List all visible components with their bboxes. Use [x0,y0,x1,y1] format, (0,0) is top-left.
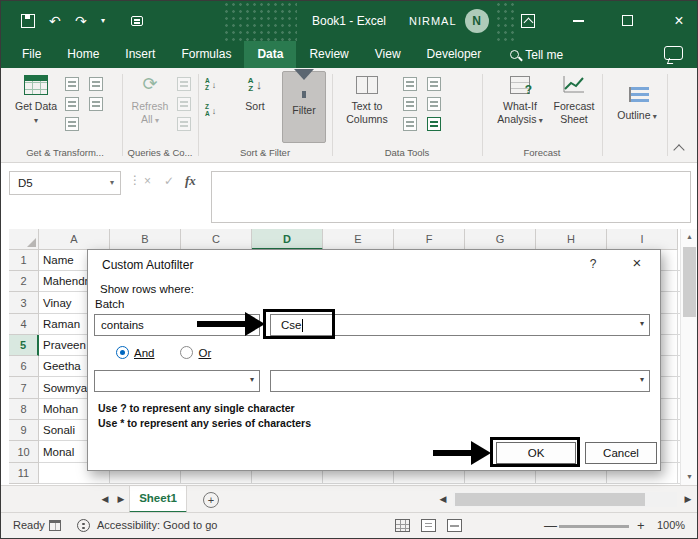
from-table-range-icon[interactable] [65,117,79,131]
horizontal-scrollbar[interactable] [453,492,677,507]
queries-connections-icon[interactable] [177,77,191,91]
operator-dropdown-2[interactable]: ▾ [94,370,260,392]
page-layout-view-button[interactable] [421,519,436,532]
row-header[interactable]: 4 [9,314,39,335]
from-text-csv-icon[interactable] [65,77,79,91]
zoom-level[interactable]: 100% [657,513,685,538]
what-if-analysis-button[interactable]: What-If Analysis [493,73,547,125]
consolidate-icon[interactable] [427,77,441,91]
avatar[interactable]: N [465,9,489,33]
sheet-nav-right-icon[interactable]: ▶ [113,486,129,513]
insert-function-button[interactable]: fx [185,173,196,189]
sort-descending-button[interactable]: ZA ↓ [205,104,216,117]
save-icon[interactable] [21,14,35,28]
row-header[interactable]: 1 [9,250,39,271]
hscroll-left-icon[interactable]: ◀ [435,486,451,513]
tell-me[interactable]: Tell me [510,41,563,68]
text-to-columns-button[interactable]: Text to Columns [339,73,395,125]
vertical-scrollbar[interactable]: ▲ ▼ [680,229,697,485]
row-header[interactable]: 9 [9,420,39,441]
radio-unselected-icon[interactable] [180,346,193,359]
sort-ascending-button[interactable]: AZ ↓ [205,78,216,91]
add-sheet-button[interactable]: + [203,492,219,508]
horizontal-scrollbar-thumb[interactable] [455,493,645,506]
recent-sources-icon[interactable] [89,77,103,91]
zoom-slider[interactable] [559,525,629,528]
comments-icon[interactable] [664,46,683,60]
relationships-icon[interactable] [427,97,441,111]
redo-icon[interactable]: ↷ [75,1,87,41]
column-header-e[interactable]: E [323,229,394,250]
column-header-b[interactable]: B [110,229,181,250]
sheet-tab-sheet1[interactable]: Sheet1 [129,486,187,513]
forecast-sheet-button[interactable]: Forecast Sheet [550,73,598,125]
outline-button[interactable]: Outline [613,82,661,122]
sheet-nav-left-icon[interactable]: ◀ [97,486,113,513]
flash-fill-icon[interactable] [403,77,417,91]
column-header-a[interactable]: A [39,229,110,250]
dropdown-caret-icon[interactable]: ▾ [640,319,644,328]
row-header[interactable]: 6 [9,356,39,377]
row-header[interactable]: 7 [9,377,39,399]
dialog-close-icon[interactable]: × [626,254,648,271]
name-box[interactable]: D5 ▾ [9,171,121,195]
scroll-up-icon[interactable]: ▲ [681,229,698,245]
manage-data-model-icon[interactable] [427,117,441,131]
row-header[interactable]: 3 [9,292,39,314]
edit-links-icon[interactable] [177,117,191,131]
column-header-d[interactable]: D [252,229,323,250]
cancel-button[interactable]: Cancel [585,442,657,464]
tab-data[interactable]: Data [244,41,296,68]
radio-selected-icon[interactable] [116,346,129,359]
tab-file[interactable]: File [9,41,54,68]
and-radio[interactable]: And [116,346,154,359]
tab-review[interactable]: Review [296,41,361,68]
dialog-help-button[interactable]: ? [584,257,602,271]
get-data-button[interactable]: Get Data [13,73,59,125]
column-header-i[interactable]: I [607,229,678,250]
or-radio[interactable]: Or [180,346,211,359]
zoom-in-button[interactable]: + [637,513,645,538]
hscroll-right-icon[interactable]: ▶ [680,486,696,513]
maximize-icon[interactable] [622,15,633,26]
normal-view-button[interactable] [395,519,410,532]
account-chip[interactable]: NIRMAL N [409,1,489,41]
tab-view[interactable]: View [362,41,414,68]
properties-icon[interactable] [177,97,191,111]
row-header[interactable]: 10 [9,441,39,463]
customize-toolbar-icon[interactable] [131,16,143,26]
undo-icon[interactable]: ↶ [49,1,61,41]
name-box-caret-icon[interactable]: ▾ [110,172,114,194]
remove-duplicates-icon[interactable] [403,97,417,111]
column-header-h[interactable]: H [536,229,607,250]
row-header[interactable]: 5 [9,335,39,356]
column-header-f[interactable]: F [394,229,465,250]
enter-entry-icon[interactable]: ✓ [164,174,174,188]
scroll-down-icon[interactable]: ▼ [681,469,698,485]
tab-home[interactable]: Home [54,41,112,68]
vertical-scrollbar-thumb[interactable] [683,247,696,317]
zoom-out-button[interactable]: — [544,513,557,538]
value-input-2[interactable]: ▾ [270,370,650,392]
accessibility-status[interactable]: Accessibility: Good to go [97,513,217,538]
ribbon-display-options-icon[interactable] [521,14,535,28]
from-web-icon[interactable] [65,97,79,111]
dropdown-caret-icon[interactable]: ▾ [250,375,254,384]
cancel-entry-icon[interactable]: × [144,174,151,188]
page-break-view-button[interactable] [447,519,462,532]
tab-formulas[interactable]: Formulas [168,41,244,68]
column-header-g[interactable]: G [465,229,536,250]
row-header[interactable]: 8 [9,399,39,420]
close-icon[interactable]: × [667,1,691,41]
row-header[interactable]: 11 [9,463,39,484]
row-header[interactable]: 2 [9,271,39,292]
sort-button[interactable]: AZ ↓ Sort [234,73,276,113]
macro-record-icon[interactable] [49,520,61,531]
formula-input[interactable] [211,171,691,223]
dropdown-caret-icon[interactable]: ▾ [640,375,644,384]
select-all-corner[interactable] [9,229,39,250]
tab-developer[interactable]: Developer [414,41,495,68]
column-header-c[interactable]: C [181,229,252,250]
existing-connections-icon[interactable] [89,97,103,111]
collapse-ribbon-icon[interactable] [673,144,684,155]
